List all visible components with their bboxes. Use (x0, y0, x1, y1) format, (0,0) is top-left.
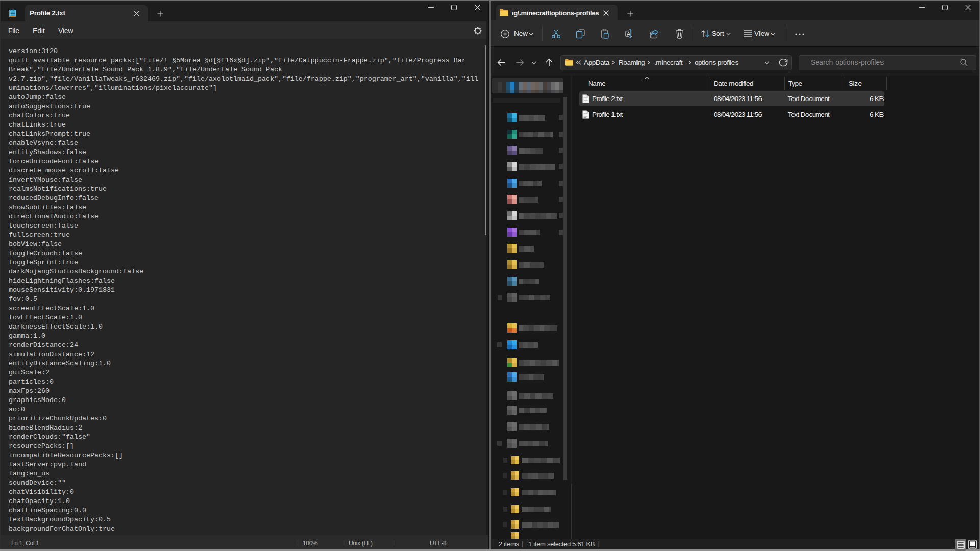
svg-text:A: A (627, 31, 630, 37)
